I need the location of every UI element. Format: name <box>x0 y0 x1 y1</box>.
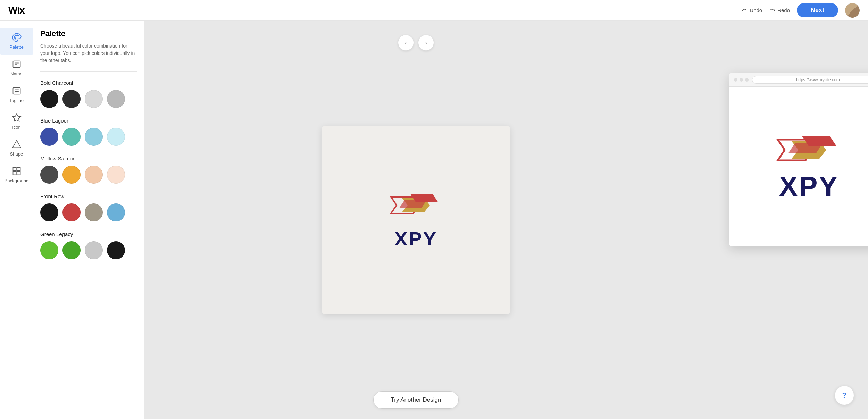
header-left: Wix <box>8 5 25 16</box>
palette-icon <box>12 33 22 42</box>
palette-panel-description: Choose a beautiful color combination for… <box>40 42 137 64</box>
redo-label: Redo <box>777 7 790 13</box>
color-group-name: Bold Charcoal <box>40 80 137 86</box>
logo-icon <box>388 190 444 219</box>
next-button[interactable]: Next <box>797 3 838 17</box>
swatch[interactable] <box>62 241 81 259</box>
swatch[interactable] <box>62 166 81 184</box>
swatch[interactable] <box>40 203 58 221</box>
color-swatches <box>40 203 137 221</box>
wix-logo: Wix <box>8 5 25 16</box>
swatch[interactable] <box>85 166 103 184</box>
color-group-mellow-salmon: Mellow Salmon <box>40 156 137 184</box>
svg-point-1 <box>14 36 15 38</box>
browser-content: XPY <box>729 87 868 246</box>
logo-graphic <box>388 190 444 218</box>
shape-icon <box>12 140 22 149</box>
sidebar-item-palette[interactable]: Palette <box>0 28 33 55</box>
swatch[interactable] <box>85 203 103 221</box>
swatch[interactable] <box>107 128 125 146</box>
sidebar-icon-label: Icon <box>12 125 21 130</box>
main-layout: Palette Name Tagline Icon <box>0 0 868 419</box>
color-swatches <box>40 166 137 184</box>
undo-button[interactable]: Undo <box>741 7 762 14</box>
swatch[interactable] <box>107 241 125 259</box>
sidebar-shape-label: Shape <box>10 151 23 157</box>
palette-panel-title: Palette <box>40 29 137 38</box>
browser-bar: https://www.mysite.com <box>729 73 868 87</box>
browser-url: https://www.mysite.com <box>752 76 868 84</box>
main-canvas: ‹ › XPY <box>144 21 687 419</box>
icon-icon <box>12 113 22 123</box>
tagline-icon <box>12 86 22 96</box>
swatch[interactable] <box>40 128 58 146</box>
svg-rect-4 <box>13 61 20 68</box>
next-canvas-button[interactable]: › <box>418 35 434 51</box>
sidebar-tagline-label: Tagline <box>9 98 24 103</box>
svg-rect-12 <box>13 168 16 171</box>
palette-divider <box>40 71 137 72</box>
header-right: Undo Redo Next <box>741 3 860 18</box>
swatch[interactable] <box>62 128 81 146</box>
svg-point-2 <box>15 35 16 36</box>
swatch[interactable] <box>40 90 58 108</box>
help-button[interactable]: ? <box>835 386 854 405</box>
browser-dots <box>734 78 749 82</box>
header: Wix Undo Redo Next <box>0 0 868 21</box>
color-group-name: Blue Lagoon <box>40 118 137 124</box>
color-group-name: Green Legacy <box>40 231 137 237</box>
color-swatches <box>40 241 137 259</box>
browser-dot-3 <box>745 78 749 82</box>
color-swatches <box>40 128 137 146</box>
browser-logo-graphic <box>774 131 844 166</box>
color-group-front-row: Front Row <box>40 193 137 221</box>
svg-rect-15 <box>17 171 20 175</box>
right-preview: https://www.mysite.com XPY <box>687 21 868 419</box>
browser-dot-2 <box>740 78 743 82</box>
swatch[interactable] <box>40 241 58 259</box>
swatch[interactable] <box>107 90 125 108</box>
color-group-bold-charcoal: Bold Charcoal <box>40 80 137 108</box>
browser-mockup: https://www.mysite.com XPY <box>729 73 868 246</box>
swatch[interactable] <box>40 166 58 184</box>
background-icon <box>12 166 22 176</box>
redo-button[interactable]: Redo <box>769 7 790 14</box>
svg-marker-11 <box>12 114 20 121</box>
logo-preview-card: XPY <box>322 126 510 314</box>
sidebar-icons: Palette Name Tagline Icon <box>0 21 33 419</box>
svg-point-0 <box>15 38 16 39</box>
sidebar-item-shape[interactable]: Shape <box>0 135 33 161</box>
redo-icon <box>769 7 775 14</box>
swatch[interactable] <box>107 166 125 184</box>
sidebar-item-name[interactable]: Name <box>0 55 33 81</box>
name-icon <box>12 59 22 69</box>
avatar[interactable] <box>845 3 860 18</box>
color-group-name: Front Row <box>40 193 137 199</box>
sidebar-item-background[interactable]: Background <box>0 161 33 188</box>
canvas-navigation: ‹ › <box>398 35 434 51</box>
sidebar-background-label: Background <box>5 178 28 183</box>
swatch[interactable] <box>62 203 81 221</box>
swatch[interactable] <box>85 241 103 259</box>
sidebar-name-label: Name <box>10 71 23 76</box>
sidebar-item-tagline[interactable]: Tagline <box>0 81 33 108</box>
swatch[interactable] <box>85 90 103 108</box>
color-group-green-legacy: Green Legacy <box>40 231 137 259</box>
sidebar-item-icon[interactable]: Icon <box>0 108 33 135</box>
try-another-button[interactable]: Try Another Design <box>373 391 459 409</box>
color-group-blue-lagoon: Blue Lagoon <box>40 118 137 146</box>
color-swatches <box>40 90 137 108</box>
logo-svg-container: XPY <box>388 190 444 250</box>
prev-button[interactable]: ‹ <box>398 35 414 51</box>
swatch[interactable] <box>85 128 103 146</box>
swatch[interactable] <box>62 90 81 108</box>
browser-dot-1 <box>734 78 737 82</box>
browser-logo-text: XPY <box>779 170 839 202</box>
sidebar-palette-label: Palette <box>9 44 23 50</box>
svg-rect-13 <box>17 168 20 171</box>
palette-panel: Palette Choose a beautiful color combina… <box>33 21 144 419</box>
svg-point-3 <box>17 35 18 36</box>
swatch[interactable] <box>107 203 125 221</box>
color-group-name: Mellow Salmon <box>40 156 137 161</box>
undo-label: Undo <box>750 7 762 13</box>
